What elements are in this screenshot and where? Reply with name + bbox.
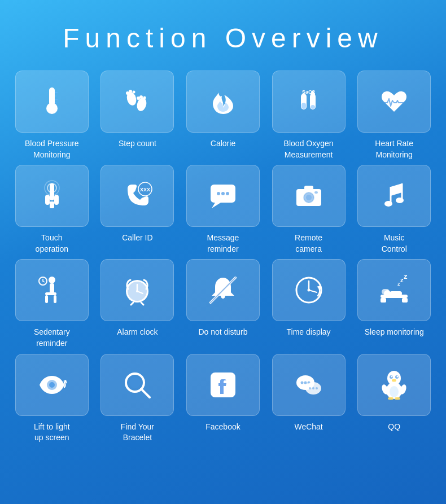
feature-find-bracelet: Find YourBracelet xyxy=(97,354,178,444)
feature-lift-screen: Lift to lightup screen xyxy=(11,354,93,444)
svg-rect-67 xyxy=(402,298,408,303)
svg-point-14 xyxy=(143,97,146,99)
svg-rect-22 xyxy=(54,195,59,205)
feature-wechat: WeChat xyxy=(268,354,349,444)
svg-point-75 xyxy=(49,382,55,388)
svg-text:XXX: XXX xyxy=(140,187,150,192)
feature-message: Messagereminder xyxy=(182,165,264,255)
music-icon xyxy=(377,179,411,213)
message-icon xyxy=(206,179,240,213)
icon-box-remote-camera xyxy=(272,165,346,227)
feature-do-not-disturb: Do not disturb xyxy=(182,259,264,349)
feature-label-remote-camera: Remotecamera xyxy=(295,233,322,255)
svg-rect-37 xyxy=(314,191,318,194)
svg-line-57 xyxy=(141,303,143,305)
feature-label-time-display: Time display xyxy=(287,327,331,338)
page-title: Function Overview xyxy=(0,0,446,71)
icon-box-music xyxy=(357,165,431,227)
svg-point-41 xyxy=(396,198,404,203)
icon-box-message xyxy=(186,165,260,227)
svg-point-31 xyxy=(221,192,225,195)
feature-label-touch: Touchoperation xyxy=(36,233,68,255)
svg-rect-46 xyxy=(54,295,56,303)
feature-label-calorie: Calorie xyxy=(211,138,235,150)
svg-point-99 xyxy=(388,397,393,400)
feature-sleep: z z z Sleep monitoring xyxy=(353,259,435,349)
icon-box-step-count xyxy=(100,71,174,133)
heart-rate-icon xyxy=(377,85,411,119)
icon-box-touch xyxy=(15,165,89,227)
icon-box-alarm xyxy=(100,259,174,321)
svg-point-50 xyxy=(42,281,43,282)
feature-label-music: MusicControl xyxy=(382,233,407,255)
svg-point-92 xyxy=(391,375,393,377)
feature-label-alarm: Alarm clock xyxy=(117,327,158,338)
icon-box-blood-oxygen: SaO2 xyxy=(272,71,346,133)
do-not-disturb-icon xyxy=(206,273,240,307)
svg-point-63 xyxy=(307,289,310,292)
icon-box-heart-rate xyxy=(357,71,431,133)
svg-point-88 xyxy=(316,387,318,389)
touch-icon xyxy=(35,179,69,213)
icon-box-qq xyxy=(357,354,431,416)
feature-music: MusicControl xyxy=(353,165,435,255)
svg-point-83 xyxy=(304,381,307,384)
svg-point-94 xyxy=(392,379,396,382)
feature-alarm: Alarm clock xyxy=(97,259,178,349)
icon-box-calorie xyxy=(186,71,260,133)
svg-point-100 xyxy=(395,397,400,400)
caller-id-icon: XXX xyxy=(120,179,154,213)
feature-blood-pressure: Blood PressureMonitoring xyxy=(11,71,93,160)
feature-label-facebook: Facebook xyxy=(205,422,240,433)
alarm-icon xyxy=(120,273,154,307)
qq-icon xyxy=(377,368,411,402)
svg-rect-43 xyxy=(50,283,54,293)
sedentary-icon xyxy=(35,273,69,307)
feature-label-lift-screen: Lift to lightup screen xyxy=(34,422,70,444)
feature-label-blood-pressure: Blood PressureMonitoring xyxy=(25,138,79,160)
svg-point-10 xyxy=(129,90,132,93)
icon-box-wechat xyxy=(272,354,346,416)
feature-facebook: Facebook xyxy=(182,354,264,444)
icon-box-sedentary xyxy=(15,259,89,321)
svg-point-32 xyxy=(226,192,229,195)
feature-label-qq: QQ xyxy=(388,422,400,433)
feature-qq: QQ xyxy=(353,354,435,444)
svg-rect-23 xyxy=(50,201,54,208)
svg-point-9 xyxy=(126,91,129,95)
icon-box-caller-id: XXX xyxy=(100,165,174,227)
feature-label-heart-rate: Heart RateMonitoring xyxy=(375,138,413,160)
lift-screen-icon xyxy=(35,368,69,402)
feature-calorie: Calorie xyxy=(182,71,264,160)
remote-camera-icon xyxy=(292,179,326,213)
icon-box-do-not-disturb xyxy=(186,259,260,321)
feature-label-sedentary: Sedentaryreminder xyxy=(34,327,70,349)
feature-touch: Touchoperation xyxy=(11,165,93,255)
icon-box-lift-screen xyxy=(15,354,89,416)
feature-sedentary: Sedentaryreminder xyxy=(11,259,93,349)
svg-rect-34 xyxy=(304,186,313,190)
svg-rect-69 xyxy=(390,291,402,296)
features-grid: Blood PressureMonitoring Step count xyxy=(0,71,446,461)
svg-point-11 xyxy=(133,91,135,94)
svg-point-93 xyxy=(397,375,399,377)
feature-label-blood-oxygen: Blood OxygenMeasurement xyxy=(284,138,334,160)
svg-rect-70 xyxy=(382,289,390,295)
svg-point-96 xyxy=(390,386,399,397)
feature-time-display: Time display xyxy=(268,259,349,349)
feature-label-caller-id: Caller ID xyxy=(122,233,152,244)
find-bracelet-icon xyxy=(120,368,154,402)
svg-point-13 xyxy=(139,95,143,99)
svg-rect-45 xyxy=(45,295,48,303)
svg-marker-29 xyxy=(212,203,221,208)
svg-point-55 xyxy=(136,290,138,292)
svg-text:z: z xyxy=(404,273,408,281)
svg-rect-17 xyxy=(301,103,306,109)
icon-box-find-bracelet xyxy=(100,354,174,416)
feature-remote-camera: Remotecamera xyxy=(268,165,349,255)
wechat-icon xyxy=(292,368,326,402)
feature-label-find-bracelet: Find YourBracelet xyxy=(121,422,154,444)
icon-box-facebook xyxy=(186,354,260,416)
svg-rect-44 xyxy=(45,292,56,295)
feature-caller-id: XXX Caller ID xyxy=(97,165,178,255)
